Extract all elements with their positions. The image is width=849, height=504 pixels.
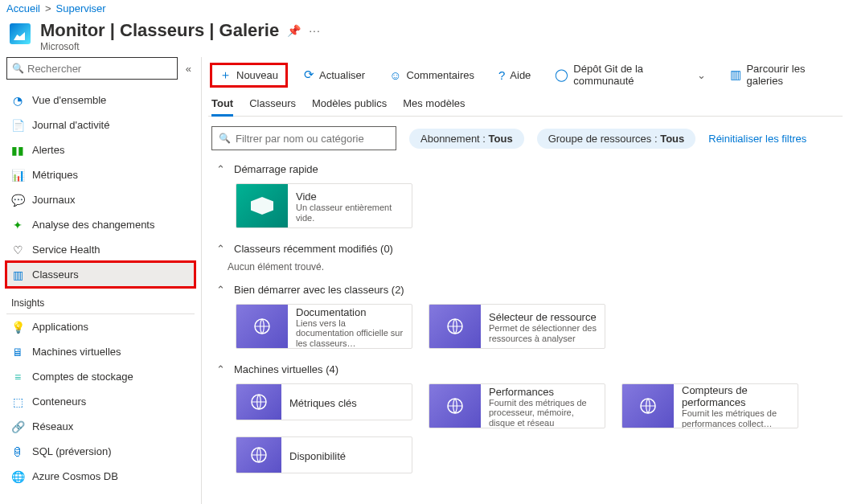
bulb-icon: 💡 [11, 321, 24, 334]
globe-icon [236, 305, 288, 348]
section-getstarted[interactable]: ⌃Bien démarrer avec les classeurs (2) [208, 277, 843, 301]
search-icon: 🔍 [12, 63, 24, 74]
tabs: Tout Classeurs Modèles publics Mes modèl… [208, 92, 843, 117]
filter-search-icon: 🔍 [219, 133, 231, 144]
filter-input[interactable] [236, 133, 389, 145]
sidebar-item-cosmosdb[interactable]: 🌐Azure Cosmos DB [6, 464, 195, 489]
chevron-up-icon: ⌃ [216, 243, 225, 255]
reset-filters-link[interactable]: Réinitialiser les filtres [708, 133, 806, 145]
breadcrumb-superviser[interactable]: Superviser [56, 2, 106, 14]
alerts-icon: ▮▮ [11, 144, 24, 157]
toolbar: ＋Nouveau ⟳Actualiser ☺Commentaires ?Aide… [208, 57, 843, 92]
comments-button[interactable]: ☺Commentaires [383, 65, 481, 85]
sidebar-item-applications[interactable]: 💡Applications [6, 314, 195, 339]
card-empty-workbook[interactable]: VideUn classeur entièrement vide. [236, 183, 412, 228]
card-performances[interactable]: PerformancesFournit des métriques de pro… [429, 383, 605, 428]
tab-workbooks[interactable]: Classeurs [249, 92, 296, 116]
sidebar-item-metrics[interactable]: 📊Métriques [6, 162, 195, 187]
globe-icon [429, 384, 481, 428]
gallery-icon: ▥ [730, 68, 741, 82]
logs-icon: 💬 [11, 194, 24, 207]
cosmos-icon: 🌐 [11, 470, 24, 483]
page-subtitle: Microsoft [40, 41, 321, 52]
search-input[interactable] [27, 63, 172, 75]
sidebar-item-activitylog[interactable]: 📄Journal d'activité [6, 113, 195, 137]
tab-mine[interactable]: Mes modèles [403, 92, 465, 116]
tab-public[interactable]: Modèles publics [312, 92, 387, 116]
sidebar-item-servicehealth[interactable]: ♡Service Health [6, 237, 195, 262]
refresh-button[interactable]: ⟳Actualiser [297, 64, 371, 85]
sidebar: 🔍 « ◔Vue d'ensemble 📄Journal d'activité … [0, 57, 201, 504]
help-icon: ? [498, 68, 505, 82]
page-title: Monitor | Classeurs | Galerie [40, 20, 279, 41]
github-button[interactable]: ◯Dépôt Git de la communauté⌄ [548, 59, 712, 90]
chevron-up-icon: ⌃ [216, 163, 225, 175]
card-key-metrics[interactable]: Métriques clés [236, 383, 412, 420]
sidebar-item-vms[interactable]: 🖥Machines virtuelles [6, 339, 195, 364]
recent-empty-text: Aucun élément trouvé. [228, 260, 843, 277]
vm-icon: 🖥 [11, 346, 24, 359]
sidebar-section-insights: Insights [6, 292, 195, 314]
storage-icon: ≡ [11, 371, 24, 383]
pill-subscription[interactable]: Abonnement : Tous [409, 129, 524, 149]
sidebar-item-storage[interactable]: ≡Comptes de stockage [6, 364, 195, 389]
smile-icon: ☺ [389, 68, 401, 82]
sidebar-item-alerts[interactable]: ▮▮Alertes [6, 137, 195, 162]
collapse-sidebar-icon[interactable]: « [183, 59, 195, 78]
card-perf-counters[interactable]: Compteurs de performancesFournit les mét… [621, 383, 798, 428]
pill-resourcegroup[interactable]: Groupe de ressources : Tous [537, 129, 696, 149]
section-quickstart[interactable]: ⌃Démarrage rapide [208, 157, 843, 180]
empty-thumb-icon [236, 184, 288, 227]
filter-input-wrap[interactable]: 🔍 [211, 126, 396, 150]
globe-icon [236, 384, 281, 420]
monitor-app-icon [10, 23, 31, 44]
change-icon: ✦ [11, 219, 24, 232]
sidebar-item-sql[interactable]: 🛢SQL (préversion) [6, 439, 195, 464]
help-button[interactable]: ?Aide [492, 65, 537, 85]
globe-icon [236, 437, 281, 473]
pin-icon[interactable]: 📌 [287, 24, 301, 37]
card-resource-picker[interactable]: Sélecteur de ressourcePermet de sélectio… [429, 304, 605, 349]
metrics-icon: 📊 [11, 169, 24, 182]
containers-icon: ⬚ [11, 395, 24, 408]
section-vm[interactable]: ⌃Machines virtuelles (4) [208, 357, 843, 380]
plus-icon: ＋ [219, 68, 232, 83]
sidebar-item-overview[interactable]: ◔Vue d'ensemble [6, 88, 195, 113]
sidebar-item-changeanalysis[interactable]: ✦Analyse des changements [6, 212, 195, 237]
refresh-icon: ⟳ [304, 68, 314, 82]
browse-galleries-button[interactable]: ▥Parcourir les galeries [724, 59, 839, 90]
chevron-right-icon: > [45, 2, 51, 14]
card-documentation[interactable]: DocumentationLiens vers la documentation… [236, 304, 412, 349]
chevron-down-icon: ⌄ [697, 69, 706, 81]
section-recent[interactable]: ⌃Classeurs récemment modifiés (0) [208, 236, 843, 260]
sidebar-item-networks[interactable]: 🔗Réseaux [6, 414, 195, 439]
heart-icon: ♡ [11, 244, 24, 256]
globe-icon [622, 384, 674, 428]
workbook-icon: ▥ [11, 268, 24, 281]
sidebar-search[interactable]: 🔍 [6, 57, 178, 80]
speedometer-icon: ◔ [11, 94, 24, 107]
sql-icon: 🛢 [11, 445, 24, 458]
new-button[interactable]: ＋Nouveau [211, 64, 286, 86]
filter-bar: 🔍 Abonnement : Tous Groupe de ressources… [208, 117, 843, 157]
chevron-up-icon: ⌃ [216, 284, 225, 296]
sidebar-item-logs[interactable]: 💬Journaux [6, 187, 195, 212]
network-icon: 🔗 [11, 420, 24, 433]
tab-all[interactable]: Tout [211, 92, 233, 117]
chevron-up-icon: ⌃ [216, 363, 225, 375]
github-icon: ◯ [555, 68, 568, 82]
log-icon: 📄 [11, 119, 24, 132]
card-availability[interactable]: Disponibilité [236, 436, 412, 473]
more-icon[interactable]: ··· [309, 24, 321, 37]
breadcrumb: Accueil > Superviser [0, 0, 849, 17]
page-header: Monitor | Classeurs | Galerie 📌 ··· Micr… [0, 17, 849, 57]
main-content: ＋Nouveau ⟳Actualiser ☺Commentaires ?Aide… [201, 57, 849, 504]
sidebar-item-classeurs[interactable]: ▥Classeurs [6, 262, 195, 287]
globe-icon [429, 305, 481, 348]
breadcrumb-home[interactable]: Accueil [6, 2, 40, 14]
sidebar-item-containers[interactable]: ⬚Conteneurs [6, 389, 195, 414]
